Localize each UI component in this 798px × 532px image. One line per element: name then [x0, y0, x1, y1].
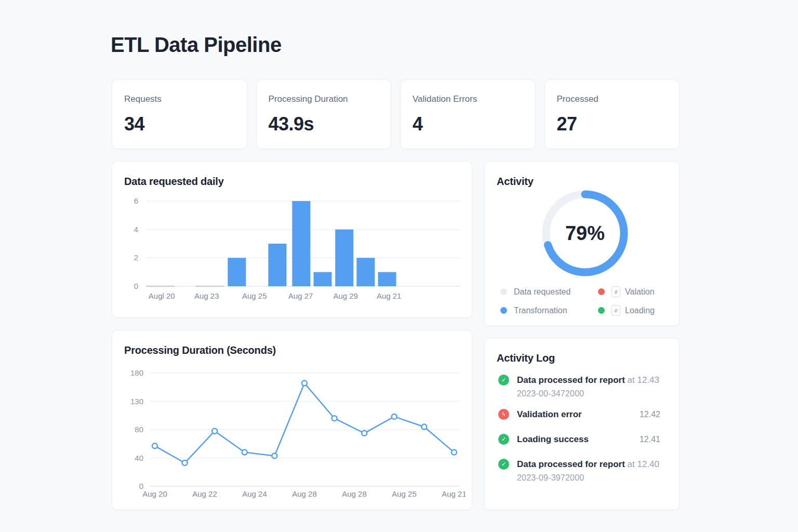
stat-value: 27 — [557, 113, 667, 135]
stat-card-requests: Requests34 — [112, 79, 247, 149]
x-tick-label: Aug 23 — [194, 291, 219, 300]
data-point-marker — [362, 431, 367, 436]
success-status-icon: ✓ — [498, 459, 509, 470]
line-chart: 04080130180Aug 20Aug 22Aug 24Aug 28Aug 2… — [123, 364, 466, 499]
file-placeholder-icon: ø — [611, 286, 620, 297]
y-tick-label: 2 — [134, 253, 138, 262]
bar-chart-title: Data requested daily — [124, 176, 224, 188]
success-status-icon: ✓ — [498, 434, 509, 445]
line-series — [155, 383, 454, 463]
log-entry: ϟValidation error12.42 — [498, 409, 660, 420]
x-tick-label: Aug 27 — [288, 291, 313, 300]
stat-card-validation-errors: Validation Errors4 — [400, 79, 536, 149]
legend-label: Valation — [625, 287, 655, 297]
legend-dot — [598, 288, 605, 295]
log-entry: ✓Data processed for report at 12.402023-… — [498, 459, 660, 483]
data-point-marker — [242, 450, 247, 455]
bar — [335, 230, 353, 286]
legend-dot — [500, 307, 507, 314]
success-status-icon: ✓ — [498, 375, 509, 385]
x-tick-label: Aug 29 — [333, 291, 358, 300]
log-entry-detail: 2023-09-3972000 — [517, 473, 660, 483]
x-tick-label: Aug 22 — [192, 489, 217, 498]
x-tick-label: Aug 28 — [292, 489, 317, 498]
page-title: ETL Data Pipeline — [111, 33, 282, 57]
stat-value: 4 — [413, 113, 523, 135]
legend-label: Transfornation — [514, 306, 567, 315]
log-entry-time: at 12.40 — [625, 459, 659, 470]
legend-dot — [598, 307, 605, 314]
legend-item-transfornation: Transfornation — [500, 305, 598, 316]
log-entry-time: 12.41 — [640, 434, 660, 445]
log-entry-text: Data processed for report — [517, 459, 625, 470]
bar — [356, 258, 375, 286]
y-tick-label: 40 — [135, 454, 143, 462]
bar — [292, 201, 310, 286]
stat-card-processing-duration: Processing Duration43.9s — [256, 79, 392, 149]
x-tick-label: Aug 20 — [142, 489, 167, 498]
activity-title: Activity — [497, 176, 534, 188]
legend-item-data-requested: Data requested — [500, 286, 598, 297]
file-placeholder-icon: ø — [611, 305, 620, 316]
stat-label: Processed — [557, 94, 667, 104]
bar — [314, 272, 332, 286]
x-tick-label: Aug 25 — [392, 489, 417, 498]
legend-item-loading: øLoading — [598, 305, 667, 316]
log-entry-time: at 12.43 — [625, 375, 659, 386]
activity-log-card: Activity Log ✓Data processed for report … — [484, 338, 680, 510]
legend-label: Data requested — [514, 287, 570, 297]
stats-row: Requests34Processing Duration43.9sValida… — [112, 79, 680, 149]
bar-chart: 0246Augl 20Aug 23Aug 25Aug 27Aug 29Aug 2… — [123, 194, 466, 306]
stat-label: Requests — [124, 94, 234, 104]
y-tick-label: 0 — [134, 282, 138, 290]
data-point-marker — [182, 460, 188, 466]
y-tick-label: 4 — [134, 225, 138, 234]
data-point-marker — [302, 381, 307, 386]
log-entry-text: Validation error — [517, 409, 582, 420]
legend-item-valation: øValation — [598, 286, 667, 297]
data-point-marker — [332, 416, 337, 421]
activity-card: Activity 79% Data requestedøValationTran… — [484, 161, 680, 326]
y-tick-label: 130 — [130, 397, 143, 406]
x-tick-label: Aug 21 — [442, 489, 466, 498]
log-entry: ✓Loading success12.41 — [498, 434, 660, 445]
processing-duration-chart-card: Processing Duration (Seconds) 0408013018… — [112, 330, 472, 510]
y-tick-label: 180 — [130, 368, 143, 377]
data-point-marker — [272, 453, 277, 458]
log-entry-text: Loading success — [517, 434, 589, 445]
data-point-marker — [212, 429, 217, 434]
legend-dot — [500, 288, 507, 295]
data-point-marker — [451, 450, 457, 455]
y-tick-label: 6 — [134, 196, 138, 205]
x-tick-label: Aug 25 — [242, 291, 267, 300]
activity-donut-chart: 79% — [536, 184, 634, 283]
stat-card-processed: Processed27 — [544, 79, 680, 149]
activity-legend: Data requestedøValationTransfornationøLo… — [500, 286, 667, 316]
stat-label: Processing Duration — [269, 94, 379, 104]
x-tick-label: Augl 20 — [149, 291, 175, 300]
data-point-marker — [421, 424, 427, 430]
daily-requests-chart-card: Data requested daily 0246Augl 20Aug 23Au… — [112, 161, 472, 318]
log-entry-detail: 2023-00-3472000 — [517, 389, 660, 398]
bar — [268, 244, 286, 286]
data-point-marker — [392, 414, 397, 419]
log-entry: ✓Data processed for report at 12.432023-… — [498, 375, 660, 398]
error-status-icon: ϟ — [498, 409, 509, 420]
bar — [378, 272, 396, 286]
line-chart-title: Processing Duration (Seconds) — [124, 344, 276, 356]
stat-label: Validation Errors — [413, 94, 523, 104]
legend-label: Loading — [625, 306, 655, 315]
log-entry-text: Data processed for report — [517, 375, 625, 386]
stat-value: 43.9s — [269, 113, 379, 135]
log-entry-time: 12.42 — [640, 409, 660, 420]
x-tick-label: Aug 24 — [242, 489, 267, 498]
donut-percent-label: 79% — [565, 222, 605, 244]
x-tick-label: Aug 28 — [342, 489, 367, 498]
bar — [228, 258, 246, 286]
activity-log-entries: ✓Data processed for report at 12.432023-… — [498, 338, 660, 510]
data-point-marker — [152, 443, 157, 448]
y-tick-label: 80 — [135, 425, 143, 434]
stat-value: 34 — [124, 113, 234, 135]
x-tick-label: Aug 21 — [377, 291, 402, 300]
